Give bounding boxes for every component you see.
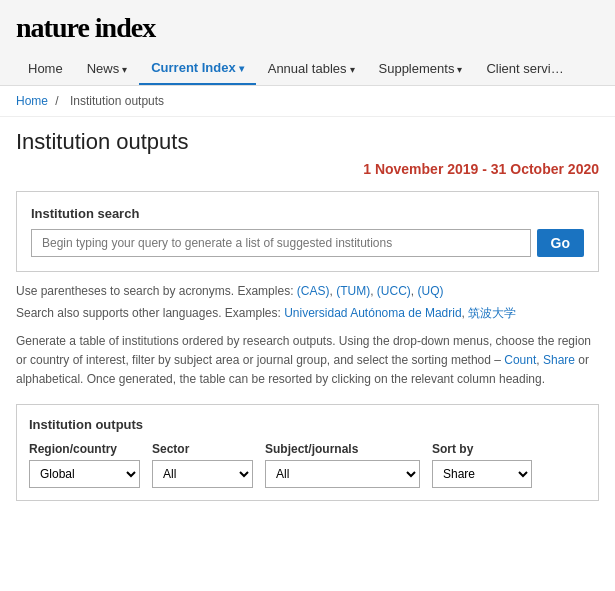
hint-link-madrid[interactable]: Universidad Autónoma de Madrid (284, 306, 461, 320)
filter-row: Region/country Global Africa Asia Europe… (29, 442, 586, 488)
search-section-label: Institution search (31, 206, 584, 221)
filter-subject-group: Subject/journals All Chemistry Life Scie… (265, 442, 420, 488)
breadcrumb-home[interactable]: Home (16, 94, 48, 108)
filter-sector-select[interactable]: All Academic Corporate Government (152, 460, 253, 488)
filter-subject-select[interactable]: All Chemistry Life Sciences Physical Sci… (265, 460, 420, 488)
hint-link-tum[interactable]: (TUM) (336, 284, 370, 298)
outputs-section-title: Institution outputs (29, 417, 586, 432)
site-logo: nature index (16, 12, 599, 44)
hint-link-uq[interactable]: (UQ) (417, 284, 443, 298)
main-content: Institution outputs 1 November 2019 - 31… (0, 117, 615, 513)
hint-link-tsukuba[interactable]: 筑波大学 (468, 306, 516, 320)
chevron-down-icon: ▾ (239, 63, 244, 74)
description-text: Generate a table of institutions ordered… (16, 332, 599, 390)
filter-region-group: Region/country Global Africa Asia Europe… (29, 442, 140, 488)
chevron-down-icon: ▾ (457, 64, 462, 75)
filter-sortby-label: Sort by (432, 442, 532, 456)
nav-client-services[interactable]: Client servi… (474, 53, 575, 84)
nav-news[interactable]: News▾ (75, 53, 140, 84)
filter-subject-label: Subject/journals (265, 442, 420, 456)
filter-sector-label: Sector (152, 442, 253, 456)
filter-sector-group: Sector All Academic Corporate Government (152, 442, 253, 488)
nav-bar: Home News▾ Current Index▾ Annual tables▾… (16, 52, 599, 85)
filter-region-select[interactable]: Global Africa Asia Europe North America … (29, 460, 140, 488)
outputs-section: Institution outputs Region/country Globa… (16, 404, 599, 501)
breadcrumb-current: Institution outputs (70, 94, 164, 108)
breadcrumb-separator: / (55, 94, 62, 108)
nav-home[interactable]: Home (16, 53, 75, 84)
hint-link-cas[interactable]: (CAS) (297, 284, 330, 298)
nav-annual-tables[interactable]: Annual tables▾ (256, 53, 367, 84)
search-hint-1: Use parentheses to search by acronyms. E… (16, 282, 599, 300)
search-section: Institution search Go (16, 191, 599, 272)
page-title: Institution outputs (16, 129, 599, 155)
nav-current-index[interactable]: Current Index▾ (139, 52, 256, 85)
nav-supplements[interactable]: Supplements▾ (367, 53, 475, 84)
chevron-down-icon: ▾ (350, 64, 355, 75)
chevron-down-icon: ▾ (122, 64, 127, 75)
desc-link-share[interactable]: Share (543, 353, 575, 367)
breadcrumb: Home / Institution outputs (0, 86, 615, 117)
search-row: Go (31, 229, 584, 257)
filter-sortby-select[interactable]: Share Count Alphabetical (432, 460, 532, 488)
search-hint-2: Search also supports other languages. Ex… (16, 304, 599, 322)
search-go-button[interactable]: Go (537, 229, 584, 257)
hint-link-ucc[interactable]: (UCC) (377, 284, 411, 298)
desc-link-count[interactable]: Count (504, 353, 536, 367)
filter-sortby-group: Sort by Share Count Alphabetical (432, 442, 532, 488)
date-range: 1 November 2019 - 31 October 2020 (16, 161, 599, 177)
filter-region-label: Region/country (29, 442, 140, 456)
site-header: nature index Home News▾ Current Index▾ A… (0, 0, 615, 86)
search-input[interactable] (31, 229, 531, 257)
